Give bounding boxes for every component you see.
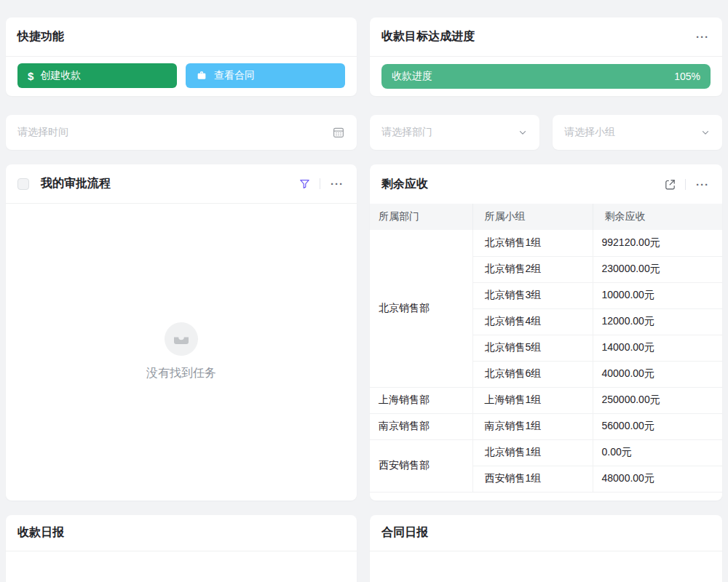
ellipsis-menu-icon[interactable]: ··· [695,30,711,44]
group-cell: 北京销售1组 [472,230,593,256]
receivables-table: 所属部门 所属小组 剩余应收 北京销售部北京销售1组992120.00元北京销售… [370,204,722,493]
view-contract-button[interactable]: 查看合同 [186,63,345,88]
group-cell: 南京销售1组 [472,413,593,439]
chevron-down-icon [700,127,711,137]
card-title: 我的审批流程 [41,176,111,191]
department-select-placeholder: 请选择部门 [381,126,518,139]
group-cell: 北京销售6组 [472,361,593,387]
group-cell: 上海销售1组 [472,387,593,413]
approval-header: 我的审批流程 ··· [6,164,357,204]
amount-cell: 0.00元 [593,439,722,466]
group-cell: 西安销售1组 [472,466,593,492]
empty-circle [165,322,198,356]
header-divider [320,178,320,189]
select-all-checkbox[interactable] [17,178,29,190]
empty-state-text: 没有找到任务 [146,366,216,381]
approval-card: 我的审批流程 ··· 没有找到任务 [6,164,357,501]
contract-report-header: 合同日报 [370,515,722,551]
progress-header: 收款目标达成进度 ··· [370,17,722,57]
quick-actions-card: 快捷功能 $ 创建收款 查看合同 [6,17,357,96]
external-link-icon[interactable] [664,178,676,191]
receivables-header: 剩余应收 ··· [370,164,722,204]
amount-cell: 40000.00元 [593,361,722,387]
amount-cell: 10000.00元 [593,282,722,308]
dollar-icon: $ [28,70,33,82]
table-row: 北京销售部北京销售1组992120.00元 [370,230,722,256]
filter-selects: 请选择部门 请选择小组 [370,115,722,150]
amount-cell: 56000.00元 [593,413,722,439]
card-title: 收款日报 [17,525,64,541]
group-cell: 北京销售4组 [472,308,593,335]
chevron-down-icon [518,127,528,137]
group-cell: 北京销售1组 [472,439,593,466]
view-contract-label: 查看合同 [214,69,255,82]
department-cell: 上海销售部 [370,387,472,413]
amount-cell: 992120.00元 [593,230,722,256]
amount-cell: 230000.00元 [593,256,722,282]
group-cell: 北京销售2组 [472,256,593,282]
table-header-row: 所属部门 所属小组 剩余应收 [370,204,722,230]
card-title: 快捷功能 [17,29,64,44]
quick-actions-body: $ 创建收款 查看合同 [6,57,357,88]
contract-report-card: 合同日报 [370,515,722,582]
header-divider [685,179,686,190]
create-payment-label: 创建收款 [40,69,81,82]
department-cell: 北京销售部 [370,230,472,387]
department-cell: 西安销售部 [370,439,472,492]
table-row: 南京销售部南京销售1组56000.00元 [370,413,722,439]
progress-body: 收款进度 105% [370,57,722,89]
group-cell: 北京销售5组 [472,335,593,361]
progress-bar: 收款进度 105% [381,64,711,89]
time-picker-placeholder: 请选择时间 [17,126,332,139]
dashboard-page: 快捷功能 $ 创建收款 查看合同 收款目标达成进度 ··· [0,0,728,582]
amount-cell: 14000.00元 [593,335,722,361]
department-cell: 南京销售部 [370,413,472,439]
card-title: 剩余应收 [381,177,428,192]
department-select[interactable]: 请选择部门 [370,115,539,150]
receivables-card: 剩余应收 ··· 所属部门 所属小组 剩余应收 [370,164,722,501]
inbox-icon [172,330,191,348]
ellipsis-menu-icon[interactable]: ··· [329,177,345,191]
ellipsis-menu-icon[interactable]: ··· [695,178,711,191]
funnel-filter-icon[interactable] [298,178,311,190]
create-payment-button[interactable]: $ 创建收款 [17,63,177,88]
time-picker-input[interactable]: 请选择时间 [6,115,357,150]
progress-card: 收款目标达成进度 ··· 收款进度 105% [370,17,722,96]
column-header-group: 所属小组 [472,204,593,230]
approval-empty-state: 没有找到任务 [6,204,357,500]
payment-report-header: 收款日报 [6,515,357,551]
amount-cell: 48000.00元 [593,466,722,492]
table-row: 西安销售部北京销售1组0.00元 [370,439,722,466]
payment-report-card: 收款日报 [6,515,357,582]
amount-cell: 250000.00元 [593,387,722,413]
card-title: 收款目标达成进度 [381,29,475,44]
table-row: 上海销售部上海销售1组250000.00元 [370,387,722,413]
briefcase-icon [196,70,207,81]
card-title: 合同日报 [381,525,428,541]
group-select-placeholder: 请选择小组 [564,126,700,139]
progress-label: 收款进度 [392,70,432,83]
quick-actions-header: 快捷功能 [6,17,357,57]
progress-value: 105% [674,71,700,82]
group-select[interactable]: 请选择小组 [553,115,722,150]
amount-cell: 12000.00元 [593,308,722,335]
calendar-icon [332,126,345,139]
column-header-amount: 剩余应收 [593,204,722,230]
group-cell: 北京销售3组 [472,282,593,308]
column-header-department: 所属部门 [370,204,472,230]
receivables-table-body: 北京销售部北京销售1组992120.00元北京销售2组230000.00元北京销… [370,230,722,492]
